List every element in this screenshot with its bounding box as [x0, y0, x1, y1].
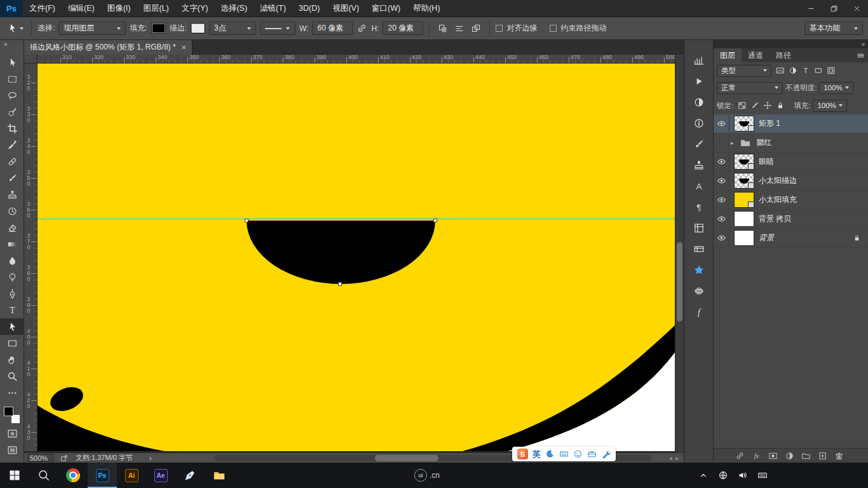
layer-thumbnail[interactable]	[734, 173, 754, 189]
history-brush-tool[interactable]	[0, 203, 24, 219]
filter-shape-button[interactable]	[812, 65, 824, 77]
network-tray-button[interactable]	[718, 470, 728, 480]
toolbox-ime-button[interactable]	[587, 449, 597, 459]
timeline-panel-button[interactable]	[684, 238, 714, 259]
info-panel-button[interactable]	[684, 112, 714, 133]
sogou-logo-icon[interactable]: S	[517, 449, 528, 459]
menu-edit[interactable]: 编辑(E)	[62, 0, 101, 17]
tool-preset-picker[interactable]	[5, 23, 25, 34]
taskbar-photoshop[interactable]: Ps	[88, 463, 117, 488]
menu-type[interactable]: 文字(Y)	[175, 0, 215, 17]
layer-visibility-eye-icon[interactable]	[714, 229, 729, 248]
crop-tool[interactable]	[0, 120, 24, 137]
layer-row-3[interactable]: 小太阳描边	[714, 172, 868, 191]
path-align-button[interactable]	[452, 21, 467, 36]
lock-brush-button[interactable]	[749, 100, 761, 112]
menu-3d[interactable]: 3D(D)	[292, 0, 326, 17]
character-styles-panel-button[interactable]: f	[684, 301, 714, 322]
taskbar-after-effects[interactable]: Ae	[146, 463, 175, 488]
taskbar-chrome[interactable]	[58, 463, 88, 488]
layer-visibility-eye-icon[interactable]	[714, 210, 729, 229]
filter-type-button[interactable]: T	[799, 65, 811, 77]
delete-layer-button[interactable]	[834, 451, 844, 461]
path-arrange-button[interactable]	[468, 21, 484, 36]
blur-tool[interactable]	[0, 252, 24, 269]
type-tool[interactable]: T	[0, 302, 24, 318]
lock-transparent-button[interactable]	[736, 100, 748, 112]
layer-thumbnail[interactable]	[734, 116, 754, 132]
eraser-tool[interactable]	[0, 219, 24, 236]
opacity-dropdown[interactable]: 100%	[819, 82, 853, 94]
ruler-origin-corner[interactable]	[24, 55, 37, 64]
chevron-up-tray-button[interactable]	[698, 470, 709, 480]
layer-filter-dropdown[interactable]: 类型	[717, 65, 771, 77]
layer-visibility-eye-icon[interactable]	[714, 191, 729, 210]
layer-mask-button[interactable]	[768, 451, 778, 461]
path-select-tool[interactable]	[0, 318, 24, 335]
layer-thumbnail[interactable]	[734, 211, 754, 227]
height-input[interactable]: 20 像素	[383, 22, 423, 35]
keyboard-blue-ime-button[interactable]	[559, 449, 569, 459]
panel-menu-button[interactable]	[856, 48, 868, 62]
layer-thumbnail[interactable]	[734, 230, 754, 246]
taskbar-start[interactable]	[0, 463, 29, 488]
menu-file[interactable]: 文件(F)	[23, 0, 62, 17]
pen-tool[interactable]	[0, 285, 24, 302]
star-panel-button[interactable]	[684, 259, 714, 280]
filter-adjustment-button[interactable]	[787, 65, 799, 77]
layer-visibility-eye-icon[interactable]	[714, 152, 729, 172]
close-button[interactable]	[845, 0, 868, 17]
tab-图层[interactable]: 图层	[714, 48, 742, 62]
restore-button[interactable]	[822, 0, 845, 17]
link-layers-button[interactable]	[735, 451, 745, 461]
layer-visibility-eye-icon[interactable]	[714, 114, 729, 133]
taskbar-illustrator[interactable]: Ai	[117, 463, 146, 488]
touch-keyboard-tray-button[interactable]	[757, 470, 768, 480]
filter-smart-button[interactable]	[825, 65, 837, 77]
anchor-handle-bottom-center[interactable]	[338, 282, 342, 286]
fill-swatch[interactable]	[151, 23, 166, 34]
stroke-swatch[interactable]	[191, 23, 205, 34]
layer-row-2[interactable]: 眼睛	[714, 152, 868, 172]
align-edges-checkbox[interactable]	[496, 25, 503, 32]
tab-路径[interactable]: 路径	[770, 48, 797, 62]
vertical-scrollbar-thumb[interactable]	[677, 242, 682, 322]
menu-image[interactable]: 图像(I)	[101, 0, 137, 17]
blend-mode-dropdown[interactable]: 正常	[717, 82, 783, 94]
anchor-handle-top-left[interactable]	[245, 219, 248, 222]
wrench-ime-button[interactable]	[601, 449, 611, 459]
collapse-panels-icon[interactable]: »	[861, 41, 865, 48]
layer-thumbnail[interactable]	[734, 192, 754, 208]
foreground-color-swatch[interactable]	[4, 407, 13, 416]
canvas[interactable]	[37, 64, 675, 451]
smiley-ime-button[interactable]	[573, 449, 583, 459]
collapse-toolbar-icon[interactable]: »	[0, 40, 24, 49]
lock-move-button[interactable]	[761, 100, 773, 112]
brush-tool[interactable]	[0, 170, 24, 186]
filter-pixel-button[interactable]	[774, 65, 786, 77]
ime-bar[interactable]: S 英	[512, 447, 616, 461]
taskbar-search[interactable]	[29, 463, 58, 488]
vertical-ruler[interactable]: 320330340350360370380390400410420430	[24, 64, 37, 451]
layer-visibility-empty[interactable]	[714, 133, 729, 152]
menu-view[interactable]: 视图(V)	[326, 0, 365, 17]
paragraph-panel-button[interactable]: ¶	[684, 196, 714, 217]
character-panel-button[interactable]: A	[684, 175, 714, 196]
move-tool[interactable]	[0, 54, 24, 71]
horizontal-ruler[interactable]: 3103203303403503603703803904004104204304…	[24, 55, 675, 64]
taskbar-snip-tool[interactable]	[175, 463, 205, 488]
layer-row-5[interactable]: 背景 拷贝	[714, 210, 868, 229]
stroke-width-dropdown[interactable]: 3点	[209, 22, 256, 35]
layer-thumbnail[interactable]	[734, 154, 754, 170]
taskbar-file-explorer[interactable]	[205, 463, 234, 488]
sphere-panel-button[interactable]	[684, 280, 714, 301]
stroke-style-dropdown[interactable]	[260, 22, 295, 35]
share-doc-icon[interactable]	[60, 454, 68, 462]
zoom-tool[interactable]	[0, 368, 24, 384]
layer-row-1[interactable]: ▸腮红	[714, 133, 868, 152]
zoom-level-field[interactable]: 500%	[27, 454, 54, 462]
menu-layer[interactable]: 图层(L)	[137, 0, 175, 17]
marquee-tool[interactable]	[0, 71, 24, 87]
layer-row-4[interactable]: 小太阳填充	[714, 191, 868, 210]
gradient-tool[interactable]	[0, 236, 24, 252]
